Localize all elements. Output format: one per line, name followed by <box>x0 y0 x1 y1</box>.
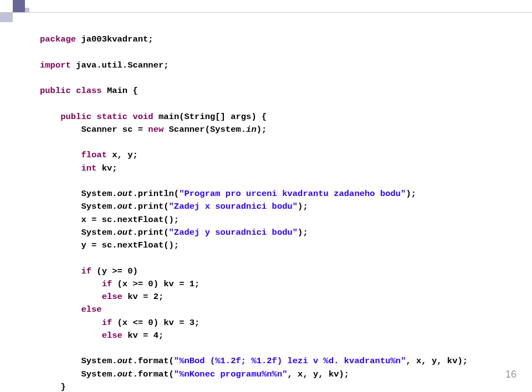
string-literal: "Program pro urceni kvadrantu zadaneho b… <box>179 189 406 199</box>
deco-square-light <box>0 12 13 22</box>
slide-decoration <box>0 0 33 22</box>
keyword-public: public <box>40 86 71 96</box>
keyword-import: import <box>40 60 71 70</box>
keyword-else: else <box>81 305 101 314</box>
string-literal: "Zadej x souradnici bodu" <box>169 202 298 212</box>
keyword-if: if <box>102 279 112 289</box>
keyword-if: if <box>81 266 91 276</box>
keyword-void: void <box>132 112 153 122</box>
deco-square-dark <box>13 0 25 12</box>
keyword-class: class <box>76 86 102 96</box>
keyword-else: else <box>102 331 122 341</box>
keyword-if: if <box>102 318 112 328</box>
keyword-public: public <box>60 112 91 122</box>
divider <box>13 12 532 13</box>
keyword-int: int <box>81 163 96 173</box>
keyword-new: new <box>148 125 163 135</box>
page-number: 16 <box>505 367 516 382</box>
keyword-else: else <box>102 292 122 302</box>
string-literal: "Zadej y souradnici bodu" <box>169 228 298 238</box>
keyword-float: float <box>81 150 107 160</box>
string-literal: "%nKonec programu%n%n" <box>174 369 288 379</box>
keyword-static: static <box>96 112 127 122</box>
keyword-package: package <box>40 34 76 44</box>
code-block: package ja003kvadrant; import java.util.… <box>40 33 510 392</box>
string-literal: "%nBod (%1.2f; %1.2f) lezi v %d. kvadran… <box>174 356 406 366</box>
deco-square-light-small <box>25 8 29 12</box>
